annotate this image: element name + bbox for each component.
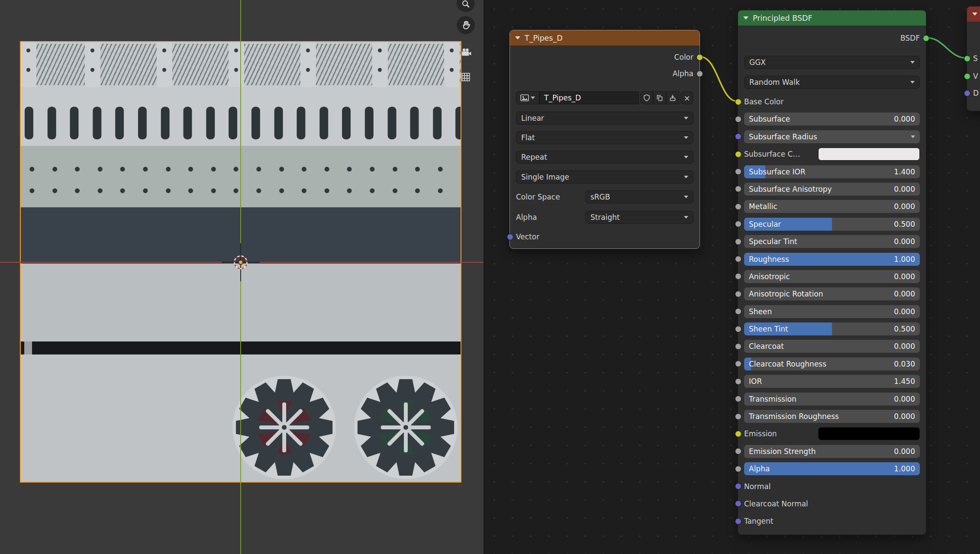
distribution-row: GGX <box>744 56 920 69</box>
texture-plate <box>300 42 316 87</box>
row-tangent: Tangent <box>744 515 920 528</box>
specular-slider[interactable]: Specular 0.500 <box>744 218 920 231</box>
transmission-roughness-slider[interactable]: Transmission Roughness 0.000 <box>744 410 920 423</box>
texture-plate <box>229 42 244 87</box>
vector-input-socket[interactable] <box>507 234 513 240</box>
input-socket[interactable] <box>735 203 741 210</box>
principled-node-header[interactable]: Principled BSDF <box>738 10 926 26</box>
subsurface-method-dropdown[interactable]: Random Walk <box>744 76 920 89</box>
input-socket[interactable] <box>735 361 741 367</box>
collapse-caret-icon[interactable] <box>743 16 748 19</box>
pack-button[interactable] <box>666 91 679 104</box>
wire-bsdf-to-surface[interactable] <box>926 38 967 58</box>
subsurface-anisotropy-slider[interactable]: Subsurface Anisotropy 0.000 <box>744 183 920 196</box>
input-socket[interactable] <box>735 133 741 140</box>
extension-dropdown[interactable]: Repeat <box>516 151 693 164</box>
input-socket[interactable] <box>735 256 741 262</box>
alpha-mode-dropdown[interactable]: Straight <box>585 211 693 224</box>
pan-gizmo[interactable] <box>457 16 475 34</box>
viewport-3d[interactable] <box>0 0 484 554</box>
sheen-tint-slider[interactable]: Sheen Tint 0.500 <box>744 322 920 335</box>
roughness-slider[interactable]: Roughness 1.000 <box>744 253 920 266</box>
input-socket[interactable] <box>735 448 741 454</box>
input-socket[interactable] <box>735 273 741 280</box>
row-subsurface: Subsurface 0.000 <box>744 113 920 126</box>
image-datablock-row: T_Pipes_D <box>516 91 693 104</box>
input-socket[interactable] <box>735 343 741 350</box>
emission-color-swatch[interactable] <box>818 427 920 440</box>
input-socket[interactable] <box>735 413 741 420</box>
input-socket[interactable] <box>735 378 741 385</box>
subsurface-ior-slider[interactable]: Subsurface IOR 1.400 <box>744 165 920 178</box>
distribution-dropdown[interactable]: GGX <box>744 56 920 69</box>
unlink-button[interactable]: × <box>680 91 693 104</box>
input-socket[interactable] <box>735 466 741 472</box>
input-socket[interactable] <box>735 518 741 525</box>
input-socket[interactable] <box>735 186 741 192</box>
input-socket[interactable] <box>735 500 741 507</box>
input-socket[interactable] <box>735 483 741 490</box>
input-socket[interactable] <box>735 291 741 297</box>
principled-bsdf-node[interactable]: Principled BSDF BSDF GGX Random Walk <box>738 10 926 535</box>
volume-input-socket[interactable] <box>964 73 970 80</box>
input-socket[interactable] <box>735 116 741 122</box>
zoom-gizmo[interactable] <box>457 0 475 12</box>
chevron-down-icon <box>684 156 688 158</box>
transmission-slider[interactable]: Transmission 0.000 <box>744 393 920 406</box>
displacement-input-socket[interactable] <box>964 90 970 97</box>
anisotropic-rotation-slider[interactable]: Anisotropic Rotation 0.000 <box>744 287 920 300</box>
input-socket[interactable] <box>735 168 741 175</box>
image-icon <box>520 94 529 102</box>
clearcoat-roughness-slider[interactable]: Clearcoat Roughness 0.030 <box>744 358 920 370</box>
image-texture-node[interactable]: T_Pipes_D Color Alpha <box>509 30 700 249</box>
specular-tint-slider[interactable]: Specular Tint 0.000 <box>744 235 920 248</box>
clearcoat-slider[interactable]: Clearcoat 0.000 <box>744 340 920 353</box>
row-subsurface-radius: Subsurface Radius <box>744 130 920 143</box>
metallic-slider[interactable]: Metallic 0.000 <box>744 200 920 213</box>
wire-color-to-basecolor[interactable] <box>700 57 738 101</box>
anisotropic-slider[interactable]: Anisotropic 0.000 <box>744 270 920 283</box>
surface-input-socket[interactable] <box>964 55 970 62</box>
color-space-dropdown[interactable]: sRGB <box>585 190 693 203</box>
alpha-slider[interactable]: Alpha 1.000 <box>744 462 920 475</box>
row-sheen: Sheen 0.000 <box>744 305 920 318</box>
input-socket[interactable] <box>735 326 741 332</box>
alpha-output-socket[interactable] <box>696 71 703 77</box>
camera-view-button[interactable] <box>457 43 475 61</box>
projection-toggle-button[interactable] <box>457 68 475 86</box>
duplicate-button[interactable] <box>653 91 666 104</box>
input-socket[interactable] <box>735 221 741 227</box>
chevron-down-icon <box>684 136 688 139</box>
source-dropdown[interactable]: Single Image <box>516 171 693 184</box>
collapse-caret-icon[interactable] <box>515 36 520 39</box>
node-title: T_Pipes_D <box>525 34 563 42</box>
color-output-socket[interactable] <box>696 54 703 61</box>
node-title: Principled BSDF <box>753 14 812 23</box>
material-output-node[interactable]: S V D <box>967 6 980 111</box>
ior-slider[interactable]: IOR 1.450 <box>744 375 920 388</box>
sheen-slider[interactable]: Sheen 0.000 <box>744 305 920 318</box>
emission-strength-slider[interactable]: Emission Strength 0.000 <box>744 445 920 458</box>
projection-dropdown[interactable]: Flat <box>516 131 693 144</box>
input-socket[interactable] <box>735 238 741 245</box>
subsurface-slider[interactable]: Subsurface 0.000 <box>744 113 920 126</box>
shader-node-editor[interactable]: T_Pipes_D Color Alpha <box>485 0 980 554</box>
image-texture-node-header[interactable]: T_Pipes_D <box>510 30 700 45</box>
gear-green <box>354 376 458 479</box>
texture-plate <box>372 42 388 87</box>
input-socket[interactable] <box>735 308 741 315</box>
interpolation-dropdown[interactable]: Linear <box>516 112 693 125</box>
bsdf-output-socket[interactable] <box>923 35 929 42</box>
subsurface-color-swatch[interactable] <box>818 148 920 161</box>
chevron-down-icon <box>531 97 535 99</box>
input-socket[interactable] <box>735 151 741 158</box>
subsurface-radius-dropdown[interactable]: Subsurface Radius <box>744 130 920 143</box>
input-socket[interactable] <box>735 431 741 437</box>
collapse-caret-icon[interactable] <box>972 13 977 16</box>
fake-user-button[interactable] <box>640 91 653 104</box>
image-name-field[interactable]: T_Pipes_D <box>539 91 639 104</box>
output-node-header[interactable] <box>967 6 980 22</box>
base-color-input-socket[interactable] <box>735 99 741 105</box>
input-socket[interactable] <box>735 396 741 402</box>
image-browser-button[interactable] <box>516 91 539 104</box>
